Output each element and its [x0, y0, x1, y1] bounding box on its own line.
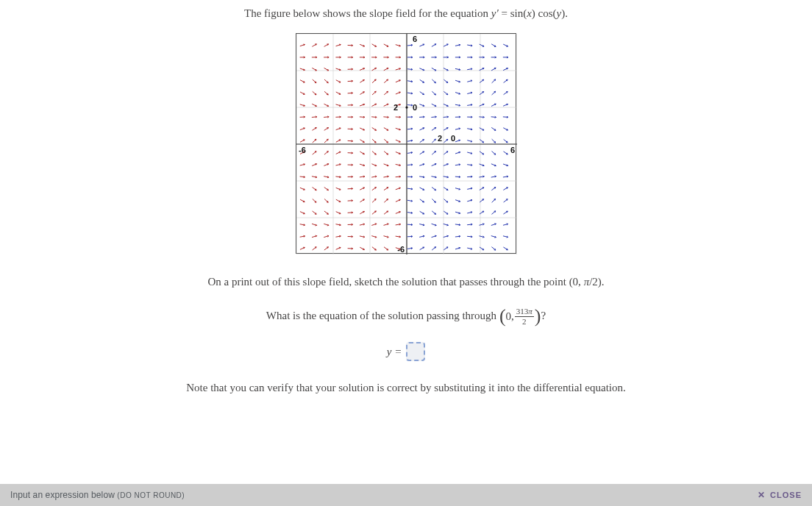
svg-line-65: [324, 91, 328, 95]
svg-line-127: [372, 211, 376, 214]
svg-line-133: [372, 139, 376, 143]
frac-num: 313π: [515, 307, 534, 317]
svg-line-145: [384, 211, 388, 214]
svg-line-312: [492, 152, 496, 155]
answer-input[interactable]: [406, 342, 425, 361]
sketch-period: .: [602, 276, 605, 288]
svg-line-55: [324, 211, 328, 214]
svg-line-304: [491, 247, 495, 250]
svg-line-60: [324, 152, 328, 154]
svg-line-236: [444, 199, 447, 203]
svg-line-128: [372, 199, 376, 202]
svg-line-245: [444, 91, 447, 94]
svg-line-222: [432, 152, 435, 155]
sketch-prefix: On a print out of this slope field, sket…: [207, 276, 569, 288]
close-label: CLOSE: [770, 491, 802, 499]
close-button[interactable]: ✕ CLOSE: [758, 490, 802, 500]
p-zero: 0,: [506, 310, 514, 323]
question-line: What is the equation of the solution pas…: [29, 307, 783, 326]
svg-line-142: [384, 247, 388, 250]
svg-line-124: [372, 247, 376, 250]
svg-line-34: [313, 247, 317, 250]
svg-line-146: [384, 199, 388, 203]
slope-field-figure: 6-6-662020: [29, 33, 783, 254]
svg-line-308: [492, 199, 496, 202]
svg-line-336: [504, 79, 508, 82]
svg-line-228: [432, 79, 435, 83]
footer-prompt: Input an expression below (DO NOT ROUND): [10, 490, 185, 500]
footer-prompt-a: Input an expression below: [10, 490, 117, 500]
svg-line-52: [324, 247, 329, 250]
slope-field-border: 6-6-662020: [296, 33, 516, 254]
svg-line-38: [313, 199, 316, 202]
eq-lhs: y′: [491, 7, 499, 19]
svg-line-331: [504, 139, 508, 142]
sketch-point: (0, π/2): [569, 276, 602, 288]
svg-point-348: [405, 106, 407, 108]
svg-text:0: 0: [413, 103, 417, 112]
svg-line-217: [432, 211, 435, 214]
svg-line-214: [432, 247, 435, 250]
note-line: Note that you can verify that your solut…: [29, 382, 783, 394]
svg-line-39: [313, 188, 317, 190]
svg-line-156: [384, 79, 388, 83]
svg-line-240: [444, 152, 448, 154]
svg-line-309: [491, 188, 496, 190]
svg-line-219: [432, 188, 436, 190]
svg-text:0: 0: [451, 134, 455, 143]
svg-line-61: [324, 139, 328, 143]
svg-line-151: [384, 139, 388, 143]
svg-line-137: [372, 91, 376, 95]
svg-line-138: [372, 79, 376, 83]
svg-text:6: 6: [413, 35, 417, 43]
svg-line-43: [313, 139, 316, 143]
intro-line: The figure below shows the slope field f…: [29, 7, 783, 20]
frac-den: 2: [522, 317, 527, 326]
question-mark: ?: [541, 310, 546, 321]
svg-line-132: [372, 152, 376, 155]
svg-line-335: [504, 92, 508, 95]
sketch-line: On a print out of this slope field, sket…: [29, 276, 783, 288]
fraction: 313π2: [515, 307, 534, 326]
svg-line-246: [444, 79, 447, 82]
footer-bar: Input an expression below (DO NOT ROUND)…: [0, 484, 812, 506]
intro-prefix: The figure below shows the slope field f…: [244, 7, 491, 19]
answer-row: y =: [29, 342, 783, 361]
question-prefix: What is the equation of the solution pas…: [266, 310, 499, 321]
question-point: (0, 313π2): [499, 307, 541, 326]
svg-text:2: 2: [393, 103, 398, 112]
svg-line-307: [491, 211, 495, 214]
slope-field-svg: 6-6-662020: [296, 34, 517, 254]
svg-line-318: [492, 79, 496, 83]
eq-eq: =: [499, 7, 510, 19]
svg-line-317: [492, 91, 496, 95]
answer-label: y =: [387, 346, 402, 358]
svg-line-48: [313, 79, 316, 83]
footer-prompt-b: (DO NOT ROUND): [117, 491, 185, 499]
svg-line-56: [324, 199, 328, 202]
svg-line-200: [420, 199, 424, 202]
svg-line-129: [372, 188, 377, 190]
svg-line-47: [313, 91, 316, 95]
intro-period: .: [565, 7, 568, 19]
svg-line-326: [504, 199, 508, 202]
svg-line-227: [432, 91, 435, 95]
svg-line-241: [444, 139, 447, 142]
close-icon: ✕: [758, 490, 766, 500]
svg-text:-6: -6: [397, 245, 405, 254]
svg-line-150: [384, 152, 388, 154]
svg-line-66: [324, 79, 328, 83]
svg-line-155: [384, 91, 388, 95]
svg-text:-6: -6: [299, 146, 306, 154]
svg-line-218: [432, 199, 435, 202]
eq-rhs: sin(x) cos(y): [510, 7, 566, 19]
svg-text:6: 6: [510, 146, 515, 154]
svg-line-205: [420, 140, 424, 143]
svg-line-37: [313, 211, 316, 214]
svg-text:2: 2: [438, 134, 442, 143]
svg-line-223: [432, 139, 435, 143]
svg-line-313: [492, 139, 496, 143]
svg-line-42: [313, 152, 316, 155]
